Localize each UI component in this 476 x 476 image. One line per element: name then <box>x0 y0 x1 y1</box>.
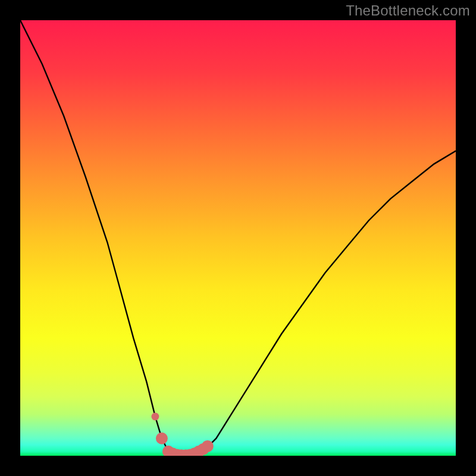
curve-marker <box>156 433 168 444</box>
bottleneck-curve <box>20 20 456 456</box>
plot-area <box>20 20 456 456</box>
curve-marker <box>202 440 214 452</box>
chart-frame: TheBottleneck.com <box>0 0 476 476</box>
watermark-text: TheBottleneck.com <box>346 2 470 19</box>
curve-marker <box>151 413 159 421</box>
